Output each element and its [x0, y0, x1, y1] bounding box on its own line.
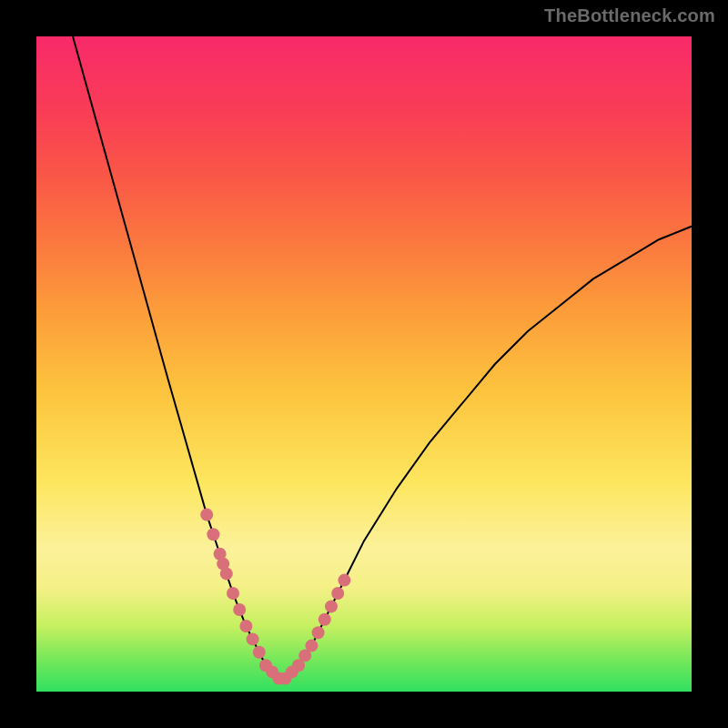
curve-marker	[325, 600, 338, 612]
curve-marker	[220, 567, 233, 580]
curve-marker	[239, 620, 252, 632]
curve-markers	[200, 509, 350, 685]
curve-marker	[247, 632, 259, 645]
plot-area	[36, 36, 692, 692]
curve-marker	[233, 603, 246, 616]
curve-marker	[305, 640, 318, 652]
curve-marker	[318, 613, 331, 626]
curve-marker	[312, 626, 325, 639]
chart-frame: TheBottleneck.com	[0, 0, 728, 728]
bottleneck-curve	[36, 0, 692, 679]
curve-marker	[331, 587, 344, 600]
curve-marker	[207, 528, 219, 541]
curve-layer	[36, 36, 692, 692]
curve-marker	[338, 574, 350, 587]
watermark-text: TheBottleneck.com	[544, 5, 715, 26]
curve-marker	[253, 646, 266, 659]
curve-marker	[227, 587, 239, 600]
curve-marker	[200, 509, 213, 521]
